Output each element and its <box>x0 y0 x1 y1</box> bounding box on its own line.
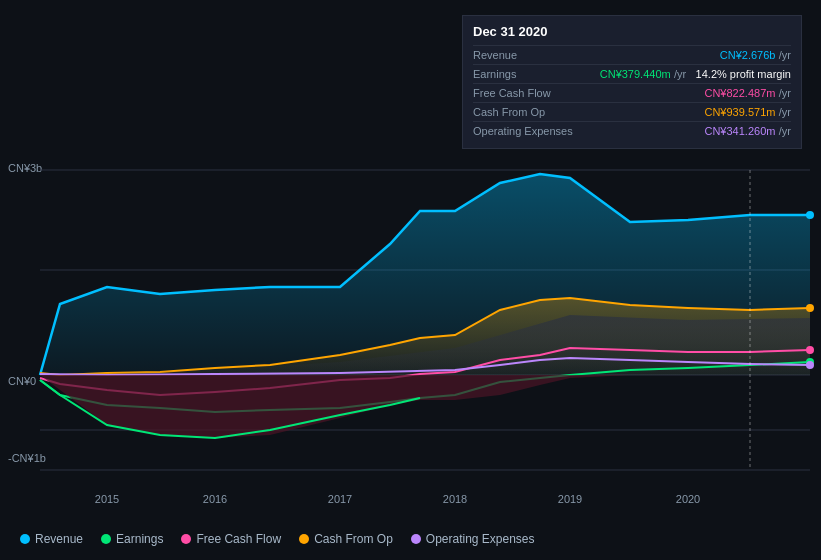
x-label-2019: 2019 <box>558 493 582 505</box>
neg-area <box>40 375 810 438</box>
x-label-2017: 2017 <box>328 493 352 505</box>
info-row-earnings: Earnings CN¥379.440m /yr 14.2% profit ma… <box>473 64 791 83</box>
info-value-revenue: CN¥2.676b /yr <box>720 48 791 62</box>
legend-dot-earnings <box>101 534 111 544</box>
legend-item-earnings[interactable]: Earnings <box>101 532 163 546</box>
legend-item-fcf[interactable]: Free Cash Flow <box>181 532 281 546</box>
chart-container: Dec 31 2020 Revenue CN¥2.676b /yr Earnin… <box>0 0 821 560</box>
chart-svg <box>0 160 821 480</box>
info-row-fcf: Free Cash Flow CN¥822.487m /yr <box>473 83 791 102</box>
info-label-revenue: Revenue <box>473 49 517 61</box>
chart-legend: Revenue Earnings Free Cash Flow Cash Fro… <box>20 532 535 546</box>
info-value-cfo: CN¥939.571m /yr <box>704 105 791 119</box>
info-value-opex: CN¥341.260m /yr <box>704 124 791 138</box>
legend-label-cfo: Cash From Op <box>314 532 393 546</box>
legend-label-fcf: Free Cash Flow <box>196 532 281 546</box>
info-label-opex: Operating Expenses <box>473 125 573 137</box>
info-row-opex: Operating Expenses CN¥341.260m /yr <box>473 121 791 140</box>
info-row-revenue: Revenue CN¥2.676b /yr <box>473 45 791 64</box>
info-value-fcf: CN¥822.487m /yr <box>704 86 791 100</box>
legend-label-opex: Operating Expenses <box>426 532 535 546</box>
legend-label-revenue: Revenue <box>35 532 83 546</box>
cfo-dot <box>806 304 814 312</box>
legend-dot-cfo <box>299 534 309 544</box>
info-row-cfo: Cash From Op CN¥939.571m /yr <box>473 102 791 121</box>
legend-dot-revenue <box>20 534 30 544</box>
fcf-dot <box>806 346 814 354</box>
info-label-fcf: Free Cash Flow <box>473 87 551 99</box>
x-label-2018: 2018 <box>443 493 467 505</box>
legend-item-revenue[interactable]: Revenue <box>20 532 83 546</box>
x-label-2016: 2016 <box>203 493 227 505</box>
legend-dot-fcf <box>181 534 191 544</box>
info-tooltip: Dec 31 2020 Revenue CN¥2.676b /yr Earnin… <box>462 15 802 149</box>
legend-item-cfo[interactable]: Cash From Op <box>299 532 393 546</box>
opex-dot <box>806 361 814 369</box>
x-label-2015: 2015 <box>95 493 119 505</box>
legend-label-earnings: Earnings <box>116 532 163 546</box>
legend-dot-opex <box>411 534 421 544</box>
info-value-earnings: CN¥379.440m /yr 14.2% profit margin <box>600 67 791 81</box>
info-title: Dec 31 2020 <box>473 24 791 39</box>
x-label-2020: 2020 <box>676 493 700 505</box>
info-label-cfo: Cash From Op <box>473 106 545 118</box>
info-label-earnings: Earnings <box>473 68 516 80</box>
legend-item-opex[interactable]: Operating Expenses <box>411 532 535 546</box>
revenue-dot <box>806 211 814 219</box>
